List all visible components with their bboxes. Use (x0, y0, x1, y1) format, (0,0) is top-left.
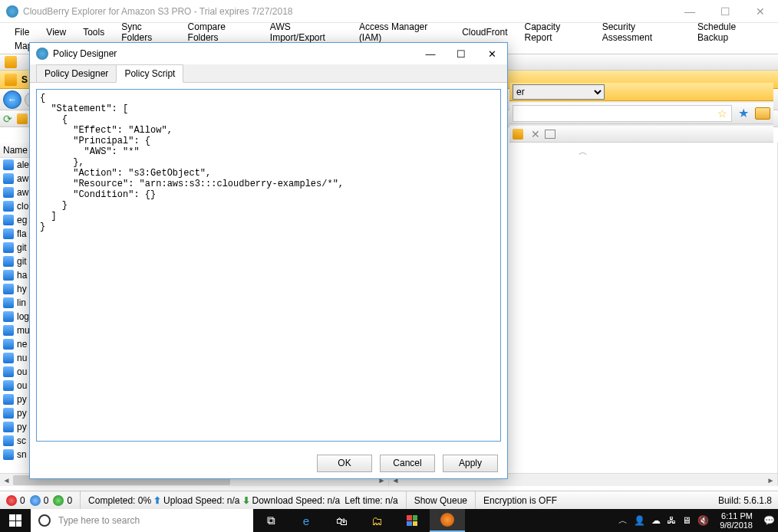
status-download-speed: Download Speed: n/a (252, 495, 341, 506)
bucket-name: nu (17, 353, 27, 363)
tray-volume-muted-icon[interactable]: 🔇 (697, 515, 709, 526)
status-left-time: Left time: n/a (344, 495, 397, 506)
menu-cloudfront[interactable]: CloudFront (455, 25, 514, 40)
properties-icon[interactable] (545, 130, 555, 139)
clock-date: 9/8/2018 (720, 521, 753, 530)
favorites-menu-icon[interactable]: ★ (738, 106, 749, 120)
bucket-name: sc (17, 435, 26, 446)
navigation-bar-right: ☆ ★ (509, 103, 773, 124)
bucket-icon (3, 159, 14, 170)
bucket-name: fla (17, 228, 27, 239)
search-placeholder: Type here to search (58, 515, 140, 526)
bucket-icon (3, 270, 14, 281)
source-label: S (21, 74, 28, 85)
menu-aws-import-export[interactable]: AWS Import/Export (263, 19, 349, 45)
bucket-name: git (17, 242, 27, 253)
bucket-icon[interactable] (17, 113, 28, 124)
bucket-icon (3, 325, 14, 336)
tray-display-icon[interactable]: 🖥 (682, 515, 691, 526)
nav-back-button[interactable]: ← (3, 90, 21, 109)
bucket-name: git (17, 256, 27, 267)
bucket-icon[interactable] (513, 129, 523, 140)
status-completed: Completed: 0% (88, 495, 151, 506)
status-dot-info-icon (30, 495, 41, 506)
bucket-icon (3, 311, 14, 322)
tab-policy-script[interactable]: Policy Script (116, 64, 183, 83)
menu-sync-folders[interactable]: Sync Folders (114, 19, 177, 45)
taskbar-search[interactable]: Type here to search (31, 509, 253, 532)
window-title: CloudBerry Explorer for Amazon S3 PRO - … (23, 6, 672, 17)
policy-script-textarea[interactable] (36, 89, 501, 442)
taskbar-explorer-icon[interactable]: 🗂 (359, 509, 394, 532)
source-dropdown-right[interactable]: er (513, 84, 605, 100)
taskbar-edge-icon[interactable]: e (288, 509, 324, 532)
bucket-icon (3, 228, 14, 239)
bucket-name: ou (17, 366, 27, 377)
dialog-minimize-button[interactable]: — (415, 43, 446, 64)
bucket-icon (3, 187, 14, 198)
bucket-name: py (17, 422, 27, 432)
bucket-name: py (17, 394, 27, 405)
cancel-button[interactable]: Cancel (380, 455, 435, 472)
upload-arrow-icon: ⬆ (153, 495, 161, 506)
status-upload-speed: Upload Speed: n/a (163, 495, 239, 506)
clock-time: 6:11 PM (720, 511, 753, 521)
bucket-icon (3, 422, 14, 432)
tray-people-icon[interactable]: 👤 (634, 515, 645, 526)
menu-compare-folders[interactable]: Compare Folders (181, 19, 260, 45)
bucket-name: eg (17, 215, 27, 225)
ok-button[interactable]: OK (317, 455, 372, 472)
dialog-tabs: Policy Designer Policy Script (30, 64, 507, 83)
bucket-name: ha (17, 270, 27, 281)
tray-notifications-icon[interactable]: 💬 (763, 515, 775, 526)
refresh-icon[interactable]: ⟳ (3, 113, 12, 125)
status-info-count: 0 (44, 495, 49, 506)
address-bar-right[interactable]: ☆ (513, 105, 732, 122)
taskbar-store-icon[interactable]: 🛍 (324, 509, 359, 532)
pane-toolbar-right: ✕ (509, 126, 773, 143)
taskbar-cloudberry-icon[interactable] (430, 509, 465, 532)
tray-network-icon[interactable]: 🖧 (667, 515, 676, 526)
bucket-icon (3, 353, 14, 363)
bucket-icon (3, 408, 14, 419)
open-folder-icon[interactable] (755, 107, 770, 120)
tab-policy-designer[interactable]: Policy Designer (36, 64, 117, 82)
system-tray: ︿ 👤 ☁ 🖧 🖥 🔇 6:11 PM 9/8/2018 💬 (618, 509, 778, 532)
bucket-name: ale (17, 159, 29, 170)
menu-capacity-report[interactable]: Capacity Report (518, 19, 592, 45)
bucket-name: sn (17, 449, 27, 460)
build-version: Build: 5.6.1.8 (718, 495, 772, 506)
bucket-icon (3, 284, 14, 294)
encryption-status: Encryption is OFF (483, 495, 557, 506)
bucket-icon (3, 394, 14, 405)
favorite-icon[interactable]: ☆ (716, 107, 728, 120)
menu-bar: File View Tools Sync Folders Compare Fol… (0, 23, 778, 41)
taskbar-clock[interactable]: 6:11 PM 9/8/2018 (715, 511, 757, 530)
delete-icon[interactable]: ✕ (531, 128, 540, 140)
windows-taskbar: Type here to search ⧉ e 🛍 🗂 ︿ 👤 ☁ 🖧 🖥 🔇 … (0, 509, 778, 532)
menu-file[interactable]: File (8, 25, 36, 40)
task-view-button[interactable]: ⧉ (253, 509, 288, 532)
menu-schedule-backup[interactable]: Schedule Backup (691, 19, 770, 45)
show-queue-link[interactable]: Show Queue (414, 495, 467, 506)
status-dot-ok-icon (53, 495, 64, 506)
source-selector-right: er (509, 83, 773, 101)
scroll-left-arrow[interactable]: ◄ (0, 474, 13, 486)
apply-button[interactable]: Apply (443, 455, 498, 472)
taskbar-msoffice-icon[interactable] (394, 509, 430, 532)
menu-access-manager[interactable]: Access Manager (IAM) (352, 19, 452, 45)
menu-tools[interactable]: Tools (76, 25, 111, 40)
scroll-right-arrow[interactable]: ► (764, 474, 777, 486)
bucket-icon (3, 366, 14, 377)
menu-security-assessment[interactable]: Security Assessment (595, 19, 687, 45)
dialog-button-row: OK Cancel Apply (30, 448, 507, 478)
bucket-icon (3, 173, 14, 184)
dialog-close-button[interactable]: ✕ (476, 43, 507, 64)
dialog-maximize-button[interactable]: ☐ (446, 43, 476, 64)
bucket-icon (3, 339, 14, 350)
tray-onedrive-icon[interactable]: ☁ (651, 515, 661, 526)
bucket-name: clo (17, 201, 28, 212)
start-button[interactable] (0, 509, 31, 532)
tray-chevron-icon[interactable]: ︿ (618, 514, 628, 527)
menu-view[interactable]: View (39, 25, 73, 40)
